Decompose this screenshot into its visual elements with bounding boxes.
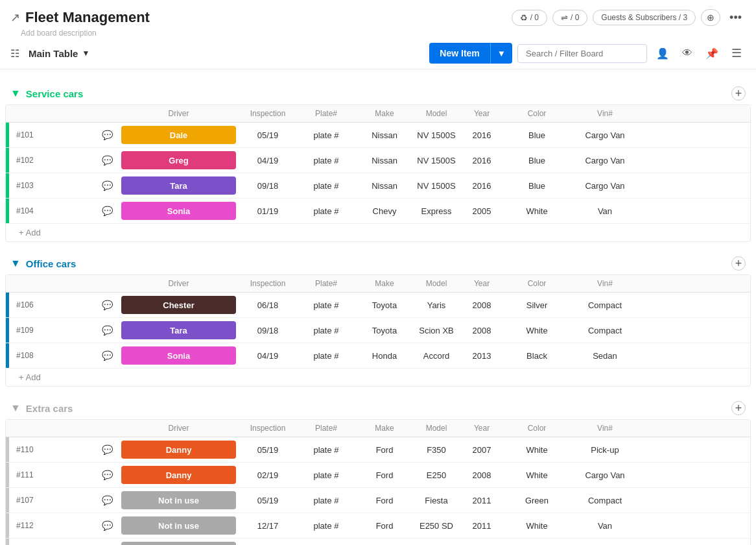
driver-cell[interactable]: Sonia [121, 202, 236, 220]
automations-button[interactable]: ♻ / 0 [512, 10, 547, 26]
comment-icon[interactable]: 💬 [95, 130, 119, 140]
extra-cars-title[interactable]: Extra cars [26, 403, 73, 414]
office-cars-add-col-button[interactable]: + [731, 256, 746, 271]
office-cars-header: ▼ Office cars + [0, 252, 756, 274]
comment-icon[interactable]: 💬 [95, 155, 119, 165]
driver-cell[interactable]: Dale [121, 126, 236, 144]
comment-icon[interactable]: 💬 [95, 206, 119, 216]
col-year: Year [459, 275, 504, 292]
comment-icon[interactable]: 💬 [95, 444, 119, 455]
pin-icon[interactable]: 📌 [702, 45, 722, 62]
table-row: #109 💬 Tara 09/18 plate # Toyota Scion X… [6, 318, 750, 343]
driver-cell[interactable]: Not in use [121, 542, 236, 545]
office-cars-title[interactable]: Office cars [26, 258, 77, 269]
type-cell: Compact [569, 300, 641, 310]
model-cell: NV 1500S [414, 181, 459, 191]
table-row: #103 💬 Tara 09/18 plate # Nissan NV 1500… [6, 173, 750, 199]
service-cars-add-row-button[interactable]: + Add [6, 224, 750, 241]
year-cell: 2016 [459, 130, 504, 140]
plate-cell: plate # [297, 351, 355, 361]
col-model: Model [414, 105, 459, 122]
driver-cell[interactable]: Danny [121, 441, 236, 459]
automations-icon: ♻ [520, 13, 528, 23]
color-cell: White [504, 445, 569, 455]
model-cell: E250 SD [414, 521, 459, 531]
plate-cell: plate # [297, 470, 355, 480]
comment-icon[interactable]: 💬 [95, 325, 119, 335]
driver-cell[interactable]: Tara [121, 321, 236, 339]
driver-cell[interactable]: Not in use [121, 516, 236, 535]
col-comment [95, 105, 119, 122]
eye-icon[interactable]: 👁 [678, 45, 696, 62]
model-cell: Fiesta [414, 496, 459, 505]
extra-cars-toggle[interactable]: ▼ [10, 402, 21, 414]
row-color-bar [6, 463, 9, 487]
col-vin: Vin# [569, 105, 641, 122]
service-cars-add-col-button[interactable]: + [731, 86, 746, 101]
filter-icon[interactable]: ☰ [727, 43, 746, 63]
col-vin: Vin# [569, 275, 641, 292]
year-cell: 2008 [459, 326, 504, 335]
row-id: #111 [11, 470, 95, 479]
color-cell: Green [504, 496, 569, 505]
table-row: #112 💬 Not in use 12/17 plate # Ford E25… [6, 513, 750, 539]
row-color-bar [6, 318, 9, 343]
service-cars-toggle[interactable]: ▼ [10, 88, 21, 99]
row-id: #106 [11, 300, 95, 309]
driver-cell[interactable]: Sonia [121, 346, 236, 365]
driver-cell[interactable]: Greg [121, 151, 236, 169]
search-input[interactable] [517, 44, 647, 63]
row-id: #102 [11, 156, 95, 165]
new-item-dropdown-button[interactable]: ▼ [490, 43, 512, 64]
type-cell: Pick-up [569, 445, 641, 455]
driver-cell[interactable]: Danny [121, 466, 236, 484]
color-cell: Blue [504, 156, 569, 165]
comment-icon[interactable]: 💬 [95, 180, 119, 191]
new-item-wrap: New Item ▼ [429, 43, 512, 64]
col-color: Color [504, 275, 569, 292]
office-cars-toggle[interactable]: ▼ [10, 258, 21, 269]
toolbar-left: ☷ Main Table ▼ [10, 45, 95, 62]
col-make: Make [355, 420, 414, 437]
extra-cars-header: ▼ Extra cars + [0, 397, 756, 419]
color-cell: White [504, 326, 569, 335]
make-cell: Nissan [355, 156, 414, 165]
driver-cell[interactable]: Not in use [121, 491, 236, 509]
year-cell: 2005 [459, 206, 504, 216]
integrations-button[interactable]: ⇌ / 0 [552, 10, 587, 26]
comment-icon[interactable]: 💬 [95, 470, 119, 480]
service-cars-col-headers: Driver Inspection Plate# Make Model Year… [6, 105, 750, 123]
col-make: Make [355, 275, 414, 292]
service-cars-title[interactable]: Service cars [26, 88, 83, 99]
type-cell: Compact [569, 326, 641, 335]
new-item-button[interactable]: New Item [429, 43, 490, 64]
extra-cars-add-col-button[interactable]: + [731, 401, 746, 415]
invite-button[interactable]: ⊕ [701, 9, 720, 26]
chevron-down-icon: ▼ [82, 49, 89, 58]
col-colorbar [6, 275, 11, 292]
guests-button[interactable]: Guests & Subscribers / 3 [593, 10, 696, 25]
plate-cell: plate # [297, 521, 355, 531]
chevron-down-icon: ▼ [497, 49, 506, 58]
row-color-bar [6, 148, 9, 173]
comment-icon[interactable]: 💬 [95, 520, 119, 531]
comment-icon[interactable]: 💬 [95, 350, 119, 361]
office-cars-add-row-button[interactable]: + Add [6, 369, 750, 386]
inspection-cell: 04/19 [239, 156, 297, 165]
comment-icon[interactable]: 💬 [95, 300, 119, 310]
comment-icon[interactable]: 💬 [95, 495, 119, 505]
year-cell: 2016 [459, 156, 504, 165]
driver-cell[interactable]: Chester [121, 296, 236, 314]
person-icon[interactable]: 👤 [652, 45, 673, 62]
main-table-button[interactable]: Main Table ▼ [23, 45, 95, 62]
year-cell: 2016 [459, 181, 504, 191]
col-comment [95, 275, 119, 292]
more-button[interactable]: ••• [726, 10, 746, 26]
col-driver: Driver [119, 275, 239, 292]
sections-container: ▼ Service cars + Driver Inspection Plate… [0, 69, 756, 545]
inspection-cell: 12/17 [239, 521, 297, 531]
row-id: #109 [11, 326, 95, 335]
office-cars-table: Driver Inspection Plate# Make Model Year… [5, 274, 751, 387]
driver-cell[interactable]: Tara [121, 176, 236, 195]
plate-cell: plate # [297, 445, 355, 455]
